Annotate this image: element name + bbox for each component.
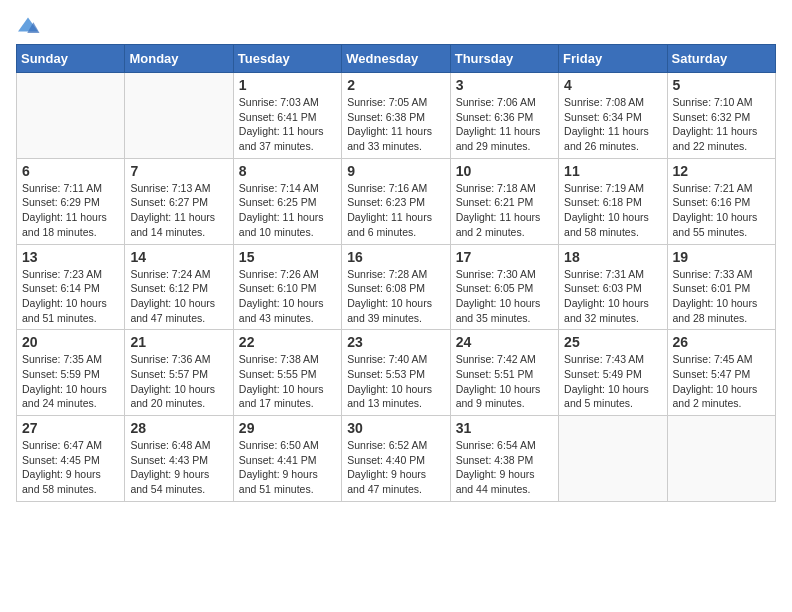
day-number: 12 xyxy=(673,163,770,179)
day-info: Sunrise: 7:42 AMSunset: 5:51 PMDaylight:… xyxy=(456,352,553,411)
day-info: Sunrise: 7:11 AMSunset: 6:29 PMDaylight:… xyxy=(22,181,119,240)
day-number: 19 xyxy=(673,249,770,265)
day-info: Sunrise: 7:26 AMSunset: 6:10 PMDaylight:… xyxy=(239,267,336,326)
day-cell-21: 21Sunrise: 7:36 AMSunset: 5:57 PMDayligh… xyxy=(125,330,233,416)
day-cell-4: 4Sunrise: 7:08 AMSunset: 6:34 PMDaylight… xyxy=(559,73,667,159)
day-cell-25: 25Sunrise: 7:43 AMSunset: 5:49 PMDayligh… xyxy=(559,330,667,416)
weekday-header-monday: Monday xyxy=(125,45,233,73)
day-info: Sunrise: 6:52 AMSunset: 4:40 PMDaylight:… xyxy=(347,438,444,497)
day-cell-2: 2Sunrise: 7:05 AMSunset: 6:38 PMDaylight… xyxy=(342,73,450,159)
day-cell-17: 17Sunrise: 7:30 AMSunset: 6:05 PMDayligh… xyxy=(450,244,558,330)
day-cell-8: 8Sunrise: 7:14 AMSunset: 6:25 PMDaylight… xyxy=(233,158,341,244)
day-number: 24 xyxy=(456,334,553,350)
day-info: Sunrise: 7:10 AMSunset: 6:32 PMDaylight:… xyxy=(673,95,770,154)
day-cell-24: 24Sunrise: 7:42 AMSunset: 5:51 PMDayligh… xyxy=(450,330,558,416)
day-number: 18 xyxy=(564,249,661,265)
day-info: Sunrise: 7:43 AMSunset: 5:49 PMDaylight:… xyxy=(564,352,661,411)
day-number: 15 xyxy=(239,249,336,265)
weekday-header-friday: Friday xyxy=(559,45,667,73)
day-info: Sunrise: 7:30 AMSunset: 6:05 PMDaylight:… xyxy=(456,267,553,326)
day-number: 16 xyxy=(347,249,444,265)
day-number: 9 xyxy=(347,163,444,179)
day-info: Sunrise: 7:18 AMSunset: 6:21 PMDaylight:… xyxy=(456,181,553,240)
day-cell-10: 10Sunrise: 7:18 AMSunset: 6:21 PMDayligh… xyxy=(450,158,558,244)
day-info: Sunrise: 7:19 AMSunset: 6:18 PMDaylight:… xyxy=(564,181,661,240)
day-cell-6: 6Sunrise: 7:11 AMSunset: 6:29 PMDaylight… xyxy=(17,158,125,244)
day-number: 28 xyxy=(130,420,227,436)
weekday-header-tuesday: Tuesday xyxy=(233,45,341,73)
logo xyxy=(16,16,44,36)
day-info: Sunrise: 7:24 AMSunset: 6:12 PMDaylight:… xyxy=(130,267,227,326)
day-cell-18: 18Sunrise: 7:31 AMSunset: 6:03 PMDayligh… xyxy=(559,244,667,330)
day-number: 7 xyxy=(130,163,227,179)
weekday-header-saturday: Saturday xyxy=(667,45,775,73)
day-number: 31 xyxy=(456,420,553,436)
day-number: 14 xyxy=(130,249,227,265)
day-info: Sunrise: 7:33 AMSunset: 6:01 PMDaylight:… xyxy=(673,267,770,326)
day-number: 23 xyxy=(347,334,444,350)
day-info: Sunrise: 7:40 AMSunset: 5:53 PMDaylight:… xyxy=(347,352,444,411)
day-info: Sunrise: 6:47 AMSunset: 4:45 PMDaylight:… xyxy=(22,438,119,497)
day-number: 11 xyxy=(564,163,661,179)
day-cell-30: 30Sunrise: 6:52 AMSunset: 4:40 PMDayligh… xyxy=(342,416,450,502)
day-number: 30 xyxy=(347,420,444,436)
day-info: Sunrise: 7:03 AMSunset: 6:41 PMDaylight:… xyxy=(239,95,336,154)
day-number: 4 xyxy=(564,77,661,93)
day-cell-26: 26Sunrise: 7:45 AMSunset: 5:47 PMDayligh… xyxy=(667,330,775,416)
day-number: 10 xyxy=(456,163,553,179)
day-number: 20 xyxy=(22,334,119,350)
week-row-1: 1Sunrise: 7:03 AMSunset: 6:41 PMDaylight… xyxy=(17,73,776,159)
weekday-header-wednesday: Wednesday xyxy=(342,45,450,73)
header xyxy=(16,16,776,36)
day-cell-14: 14Sunrise: 7:24 AMSunset: 6:12 PMDayligh… xyxy=(125,244,233,330)
day-number: 21 xyxy=(130,334,227,350)
day-cell-9: 9Sunrise: 7:16 AMSunset: 6:23 PMDaylight… xyxy=(342,158,450,244)
day-number: 22 xyxy=(239,334,336,350)
week-row-5: 27Sunrise: 6:47 AMSunset: 4:45 PMDayligh… xyxy=(17,416,776,502)
day-cell-27: 27Sunrise: 6:47 AMSunset: 4:45 PMDayligh… xyxy=(17,416,125,502)
day-number: 29 xyxy=(239,420,336,436)
day-cell-16: 16Sunrise: 7:28 AMSunset: 6:08 PMDayligh… xyxy=(342,244,450,330)
empty-cell xyxy=(559,416,667,502)
day-cell-19: 19Sunrise: 7:33 AMSunset: 6:01 PMDayligh… xyxy=(667,244,775,330)
day-number: 1 xyxy=(239,77,336,93)
day-info: Sunrise: 7:35 AMSunset: 5:59 PMDaylight:… xyxy=(22,352,119,411)
day-info: Sunrise: 7:38 AMSunset: 5:55 PMDaylight:… xyxy=(239,352,336,411)
day-info: Sunrise: 7:45 AMSunset: 5:47 PMDaylight:… xyxy=(673,352,770,411)
day-cell-20: 20Sunrise: 7:35 AMSunset: 5:59 PMDayligh… xyxy=(17,330,125,416)
day-info: Sunrise: 6:48 AMSunset: 4:43 PMDaylight:… xyxy=(130,438,227,497)
day-info: Sunrise: 7:31 AMSunset: 6:03 PMDaylight:… xyxy=(564,267,661,326)
weekday-header-row: SundayMondayTuesdayWednesdayThursdayFrid… xyxy=(17,45,776,73)
day-number: 6 xyxy=(22,163,119,179)
day-info: Sunrise: 6:50 AMSunset: 4:41 PMDaylight:… xyxy=(239,438,336,497)
empty-cell xyxy=(125,73,233,159)
day-number: 26 xyxy=(673,334,770,350)
day-number: 8 xyxy=(239,163,336,179)
day-cell-31: 31Sunrise: 6:54 AMSunset: 4:38 PMDayligh… xyxy=(450,416,558,502)
logo-icon xyxy=(16,16,40,36)
day-number: 5 xyxy=(673,77,770,93)
day-info: Sunrise: 7:36 AMSunset: 5:57 PMDaylight:… xyxy=(130,352,227,411)
day-cell-3: 3Sunrise: 7:06 AMSunset: 6:36 PMDaylight… xyxy=(450,73,558,159)
day-cell-23: 23Sunrise: 7:40 AMSunset: 5:53 PMDayligh… xyxy=(342,330,450,416)
day-cell-22: 22Sunrise: 7:38 AMSunset: 5:55 PMDayligh… xyxy=(233,330,341,416)
calendar: SundayMondayTuesdayWednesdayThursdayFrid… xyxy=(16,44,776,502)
day-number: 13 xyxy=(22,249,119,265)
day-cell-1: 1Sunrise: 7:03 AMSunset: 6:41 PMDaylight… xyxy=(233,73,341,159)
empty-cell xyxy=(17,73,125,159)
day-info: Sunrise: 7:08 AMSunset: 6:34 PMDaylight:… xyxy=(564,95,661,154)
day-info: Sunrise: 7:06 AMSunset: 6:36 PMDaylight:… xyxy=(456,95,553,154)
day-number: 2 xyxy=(347,77,444,93)
empty-cell xyxy=(667,416,775,502)
weekday-header-sunday: Sunday xyxy=(17,45,125,73)
day-info: Sunrise: 7:14 AMSunset: 6:25 PMDaylight:… xyxy=(239,181,336,240)
week-row-3: 13Sunrise: 7:23 AMSunset: 6:14 PMDayligh… xyxy=(17,244,776,330)
week-row-2: 6Sunrise: 7:11 AMSunset: 6:29 PMDaylight… xyxy=(17,158,776,244)
day-number: 3 xyxy=(456,77,553,93)
day-cell-29: 29Sunrise: 6:50 AMSunset: 4:41 PMDayligh… xyxy=(233,416,341,502)
week-row-4: 20Sunrise: 7:35 AMSunset: 5:59 PMDayligh… xyxy=(17,330,776,416)
day-info: Sunrise: 7:28 AMSunset: 6:08 PMDaylight:… xyxy=(347,267,444,326)
day-number: 27 xyxy=(22,420,119,436)
day-info: Sunrise: 7:23 AMSunset: 6:14 PMDaylight:… xyxy=(22,267,119,326)
day-info: Sunrise: 6:54 AMSunset: 4:38 PMDaylight:… xyxy=(456,438,553,497)
